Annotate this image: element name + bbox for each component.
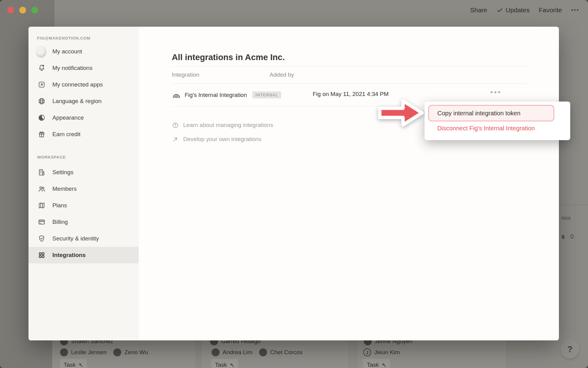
table-header: Integration Added by bbox=[172, 66, 527, 84]
map-icon bbox=[37, 201, 46, 210]
integrations-panel: All integrations in Acme Inc. Integratio… bbox=[139, 27, 559, 340]
sidebar-item-security-identity[interactable]: Security & identity bbox=[28, 230, 139, 247]
grid-icon bbox=[37, 251, 46, 260]
copy-token-highlight: Copy internal integration token bbox=[428, 105, 554, 121]
more-menu-button[interactable]: ••• bbox=[571, 7, 579, 13]
integration-logo bbox=[172, 90, 181, 100]
avatar bbox=[259, 348, 267, 356]
context-menu: Copy internal integration token Disconne… bbox=[424, 102, 570, 140]
disconnect-menu-item[interactable]: Disconnect Fig's Internal Integration bbox=[437, 125, 535, 132]
favorite-button[interactable]: Favorite bbox=[539, 6, 562, 14]
arrow-up-right-box-icon bbox=[37, 80, 46, 89]
sidebar-item-settings[interactable]: Settings bbox=[28, 164, 139, 181]
avatar bbox=[60, 348, 68, 356]
internal-badge: INTERNAL bbox=[252, 91, 281, 98]
sidebar-item-plans[interactable]: Plans bbox=[28, 197, 139, 214]
members-icon bbox=[37, 184, 46, 194]
updates-button[interactable]: Updates bbox=[496, 6, 530, 14]
close-window-button[interactable] bbox=[7, 7, 14, 13]
letter-avatar: J bbox=[363, 348, 371, 356]
board-card-members: Leslie Jensen Zeno Wu bbox=[60, 348, 148, 356]
develop-integrations-link[interactable]: Develop your own integrations bbox=[172, 133, 273, 145]
sidebar-item-my-connected-apps[interactable]: My connected apps bbox=[28, 76, 139, 93]
row-more-button[interactable]: ••• bbox=[490, 88, 502, 97]
moon-icon bbox=[37, 113, 46, 122]
sidebar-item-appearance[interactable]: Appearance bbox=[28, 109, 139, 126]
clipped-text: nns bbox=[561, 215, 571, 221]
avatar bbox=[212, 348, 220, 356]
integration-name: Fig's Internal Integration bbox=[185, 92, 247, 98]
account-email-label: FIG@MAKENOTION.COM bbox=[37, 36, 90, 40]
hammer-icon bbox=[78, 362, 83, 368]
divider bbox=[575, 202, 575, 333]
check-icon bbox=[496, 7, 503, 13]
clipped-text: s 0 bbox=[561, 233, 574, 240]
building-icon bbox=[37, 168, 46, 177]
shield-check-icon bbox=[37, 234, 46, 243]
help-button[interactable]: ? bbox=[561, 340, 579, 358]
avatar bbox=[113, 348, 121, 356]
arrow-up-right-icon bbox=[172, 136, 179, 143]
minimize-window-button[interactable] bbox=[19, 7, 26, 13]
board-card-members: JJieun Kim bbox=[363, 348, 400, 356]
sidebar-item-members[interactable]: Members bbox=[28, 181, 139, 197]
integrations-table: Integration Added by Fig's Internal Inte… bbox=[172, 66, 527, 106]
settings-dialog: FIG@MAKENOTION.COM My account My notific… bbox=[28, 27, 559, 340]
workspace-section-label: WORKSPACE bbox=[37, 155, 66, 159]
bell-icon bbox=[37, 63, 46, 73]
share-button[interactable]: Share bbox=[470, 6, 487, 14]
globe-icon bbox=[37, 97, 46, 106]
sidebar-item-my-notifications[interactable]: My notifications bbox=[28, 60, 139, 76]
help-circle-icon bbox=[172, 122, 179, 129]
sidebar-item-integrations[interactable]: Integrations bbox=[28, 247, 139, 263]
learn-integrations-link[interactable]: Learn about managing integrations bbox=[172, 119, 273, 131]
column-header-added-by: Added by bbox=[270, 71, 294, 78]
added-by-value: Fig on May 11, 2021 4:34 PM bbox=[313, 91, 389, 98]
zoom-window-button[interactable] bbox=[31, 7, 38, 13]
credit-card-icon bbox=[37, 217, 46, 227]
settings-sidebar: FIG@MAKENOTION.COM My account My notific… bbox=[28, 27, 139, 340]
hammer-icon bbox=[381, 362, 386, 368]
traffic-lights bbox=[7, 7, 38, 13]
hammer-icon bbox=[229, 362, 234, 368]
red-arrow-annotation bbox=[377, 97, 424, 129]
column-header-integration: Integration bbox=[172, 71, 199, 78]
gift-icon bbox=[37, 130, 46, 139]
task-chip: Task bbox=[211, 359, 238, 368]
page-title: All integrations in Acme Inc. bbox=[172, 52, 285, 62]
board-card-members: Andrea Lim Chet Corcos bbox=[212, 348, 303, 356]
divider bbox=[559, 205, 588, 205]
copy-token-menu-item[interactable]: Copy internal integration token bbox=[437, 110, 520, 117]
account-avatar bbox=[37, 47, 46, 56]
window-topbar: Share Updates Favorite ••• bbox=[0, 0, 588, 20]
sidebar-item-my-account[interactable]: My account bbox=[28, 43, 139, 60]
sidebar-item-language-region[interactable]: Language & region bbox=[28, 93, 139, 109]
sidebar-item-earn-credit[interactable]: Earn credit bbox=[28, 126, 139, 143]
task-chip: Task bbox=[60, 359, 87, 368]
screen: Share Updates Favorite ••• Shawn Sanchez… bbox=[0, 0, 588, 368]
sidebar-item-billing[interactable]: Billing bbox=[28, 214, 139, 230]
task-chip: Task bbox=[363, 359, 390, 368]
